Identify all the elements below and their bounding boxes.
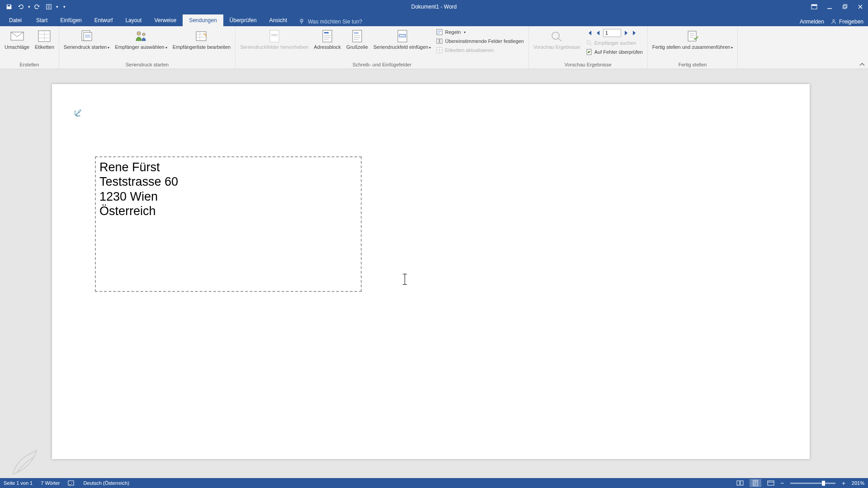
quick-access-toolbar: ▾ ▾ ▾ — [0, 1, 66, 12]
finish-merge-icon — [685, 29, 700, 43]
tab-home[interactable]: Start — [30, 14, 54, 26]
anchor-icon: ⚓ — [72, 107, 85, 119]
zoom-slider[interactable] — [790, 483, 835, 484]
rules-button[interactable]: Regeln▾ — [434, 28, 526, 36]
svg-point-14 — [142, 33, 145, 36]
page[interactable]: ⚓ Rene Fürst Teststrasse 60 1230 Wien Ös… — [52, 84, 810, 459]
first-record-button[interactable] — [586, 29, 593, 37]
spell-check-icon[interactable] — [68, 480, 75, 486]
document-area[interactable]: ⚓ Rene Fürst Teststrasse 60 1230 Wien Ös… — [0, 69, 868, 478]
edit-recipients-icon — [194, 29, 209, 43]
svg-point-7 — [301, 20, 302, 21]
share-button[interactable]: Freigeben — [830, 19, 863, 25]
minimize-button[interactable] — [822, 0, 837, 14]
tab-layout[interactable]: Layout — [119, 14, 148, 26]
ribbon-tabs: Datei Start Einfügen Entwurf Layout Verw… — [0, 14, 868, 26]
insert-merge-field-icon — [395, 29, 410, 43]
svg-rect-18 — [323, 30, 332, 42]
redo-button[interactable] — [32, 1, 42, 12]
svg-rect-19 — [324, 32, 329, 33]
edit-recipient-list-button[interactable]: Empfängerliste bearbeiten — [170, 27, 233, 61]
last-record-button[interactable] — [631, 29, 638, 37]
svg-point-28 — [587, 41, 590, 44]
svg-rect-12 — [84, 33, 92, 41]
sign-in-button[interactable]: Anmelden — [800, 19, 824, 25]
svg-point-27 — [552, 32, 559, 39]
svg-rect-20 — [353, 30, 362, 42]
tab-references[interactable]: Verweise — [148, 14, 183, 26]
svg-rect-4 — [843, 5, 846, 9]
address-block-button[interactable]: Adressblock — [311, 27, 344, 61]
zoom-slider-thumb[interactable] — [822, 481, 825, 486]
window-controls — [807, 0, 868, 14]
insert-merge-field-button[interactable]: Seriendruckfeld einfügen▾ — [371, 27, 434, 61]
labels-icon — [37, 29, 52, 43]
address-line-3: 1230 Wien — [99, 189, 357, 204]
find-recipient-button: Empfänger suchen — [583, 39, 646, 47]
previous-record-button[interactable] — [594, 29, 602, 37]
envelopes-button[interactable]: Umschläge — [2, 27, 32, 61]
read-mode-button[interactable] — [734, 479, 746, 487]
web-layout-button[interactable] — [765, 479, 777, 487]
print-layout-button[interactable] — [750, 479, 761, 487]
next-record-button[interactable] — [623, 29, 630, 37]
preview-results-button[interactable]: Vorschau Ergebnisse — [531, 27, 583, 61]
match-fields-button[interactable]: Übereinstimmende Felder festlegen — [434, 37, 526, 45]
start-mail-merge-button[interactable]: Seriendruck starten▾ — [61, 27, 112, 61]
svg-rect-5 — [844, 5, 847, 8]
address-block-icon — [320, 29, 335, 43]
svg-rect-15 — [196, 32, 206, 41]
labels-button[interactable]: Etiketten — [32, 27, 57, 61]
group-write-insert-fields: Seriendruckfelder hervorheben Adressbloc… — [236, 26, 529, 69]
tab-insert[interactable]: Einfügen — [54, 14, 88, 26]
select-recipients-icon — [134, 29, 148, 43]
save-button[interactable] — [4, 1, 14, 12]
highlight-fields-icon — [267, 29, 282, 43]
tab-view[interactable]: Ansicht — [263, 14, 293, 26]
zoom-out-button[interactable]: − — [780, 479, 784, 487]
finish-and-merge-button[interactable]: Fertig stellen und zusammenführen▾ — [650, 27, 736, 61]
svg-rect-33 — [741, 481, 743, 485]
preview-results-icon — [550, 29, 564, 43]
tab-file[interactable]: Datei — [1, 14, 30, 26]
ribbon-display-options-button[interactable] — [807, 0, 822, 14]
touch-mode-button[interactable] — [43, 1, 54, 12]
address-line-4: Österreich — [99, 204, 357, 218]
collapse-ribbon-button[interactable] — [859, 62, 865, 67]
greeting-line-button[interactable]: Grußzeile — [344, 27, 371, 61]
highlight-merge-fields-button: Seriendruckfelder hervorheben — [237, 27, 311, 61]
touch-dropdown-icon[interactable]: ▾ — [55, 5, 59, 9]
zoom-level[interactable]: 201% — [852, 480, 864, 486]
start-merge-icon — [80, 29, 94, 43]
check-for-errors-button[interactable]: Auf Fehler überprüfen — [583, 48, 646, 56]
tell-me-placeholder: Was möchten Sie tun? — [308, 19, 362, 25]
close-button[interactable] — [853, 0, 868, 14]
svg-rect-32 — [737, 481, 740, 485]
svg-rect-35 — [768, 481, 774, 485]
tab-mailings[interactable]: Sendungen — [183, 14, 223, 26]
maximize-button[interactable] — [837, 0, 853, 14]
undo-button[interactable] — [15, 1, 26, 12]
group-start-merge: Seriendruck starten▾ Empfänger auswählen… — [59, 26, 236, 69]
record-number-input[interactable] — [603, 29, 621, 37]
tell-me-search[interactable]: Was möchten Sie tun? — [299, 19, 362, 26]
qat-customize-icon[interactable]: ▾ — [62, 5, 66, 9]
group-finish: Fertig stellen und zusammenführen▾ Ferti… — [648, 26, 738, 69]
window-title: Dokument1 - Word — [411, 4, 457, 10]
svg-rect-25 — [440, 39, 442, 43]
ribbon: Umschläge Etiketten Erstellen Seriendruc… — [0, 26, 868, 69]
address-text-box[interactable]: Rene Fürst Teststrasse 60 1230 Wien Öste… — [95, 156, 362, 292]
svg-rect-3 — [827, 8, 832, 9]
select-recipients-button[interactable]: Empfänger auswählen▾ — [112, 27, 170, 61]
undo-dropdown-icon[interactable]: ▾ — [27, 5, 31, 9]
envelope-icon — [10, 29, 24, 43]
word-count[interactable]: 7 Wörter — [41, 480, 60, 486]
page-indicator[interactable]: Seite 1 von 1 — [4, 480, 33, 486]
language-indicator[interactable]: Deutsch (Österreich) — [83, 480, 129, 486]
record-navigation — [583, 28, 646, 38]
zoom-in-button[interactable]: + — [842, 480, 845, 487]
tab-design[interactable]: Entwurf — [88, 14, 119, 26]
svg-point-13 — [137, 32, 141, 35]
address-line-2: Teststrasse 60 — [99, 174, 357, 189]
tab-review[interactable]: Überprüfen — [223, 14, 263, 26]
